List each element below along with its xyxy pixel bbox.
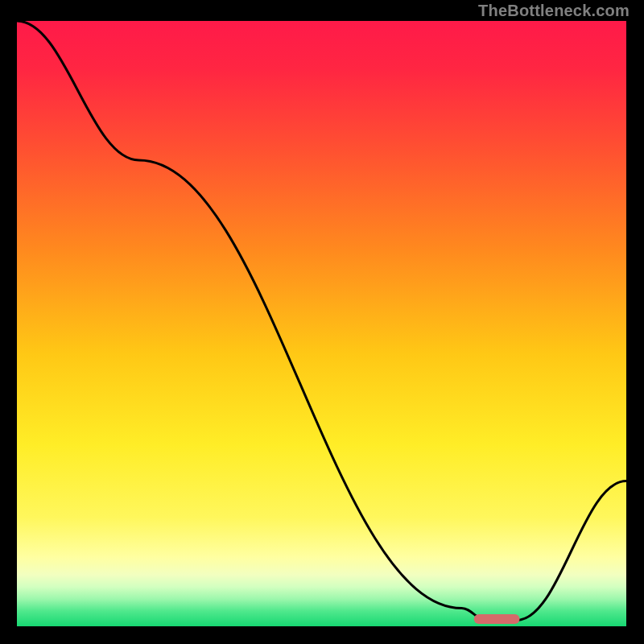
watermark-text: TheBottleneck.com	[478, 2, 630, 20]
gradient-background	[17, 21, 626, 626]
optimal-range-marker	[474, 614, 520, 624]
chart-frame: TheBottleneck.com	[0, 0, 644, 644]
bottleneck-curve-plot	[17, 21, 626, 626]
